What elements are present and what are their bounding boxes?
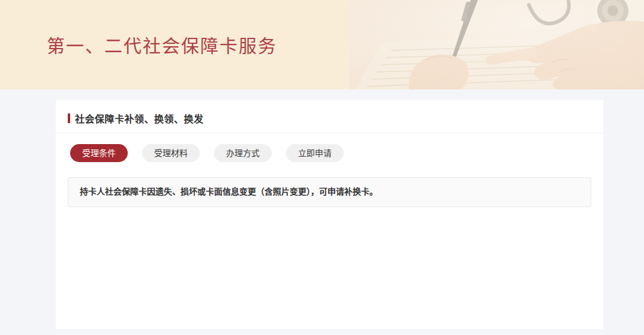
notice-box: 持卡人社会保障卡因遗失、损坏或卡面信息变更（含照片变更），可申请补换卡。 (68, 177, 591, 207)
tab-processing-method[interactable]: 办理方式 (214, 144, 272, 162)
main-content: 社会保障卡补领、换领、换发 受理条件 受理材料 办理方式 立即申请 持卡人社会保… (0, 89, 644, 329)
section-title: 社会保障卡补领、换领、换发 (75, 111, 204, 125)
doctor-writing-photo-illustration (349, 0, 644, 89)
page: 第一、二代社会保障卡服务 (0, 0, 644, 329)
notice-text: 持卡人社会保障卡因遗失、损坏或卡面信息变更（含照片变更），可申请补换卡。 (80, 187, 579, 198)
section-divider (56, 133, 603, 133)
tab-required-materials[interactable]: 受理材料 (142, 144, 200, 162)
red-accent-bar (68, 113, 70, 123)
tab-acceptance-conditions[interactable]: 受理条件 (70, 144, 128, 162)
service-card: 社会保障卡补领、换领、换发 受理条件 受理材料 办理方式 立即申请 持卡人社会保… (56, 100, 603, 329)
tab-apply-now[interactable]: 立即申请 (286, 144, 344, 162)
hero-banner: 第一、二代社会保障卡服务 (0, 0, 644, 89)
tab-bar: 受理条件 受理材料 办理方式 立即申请 (68, 144, 591, 162)
section-header: 社会保障卡补领、换领、换发 (68, 100, 591, 125)
page-title: 第一、二代社会保障卡服务 (47, 31, 277, 58)
doctor-writing-photo (349, 0, 644, 89)
